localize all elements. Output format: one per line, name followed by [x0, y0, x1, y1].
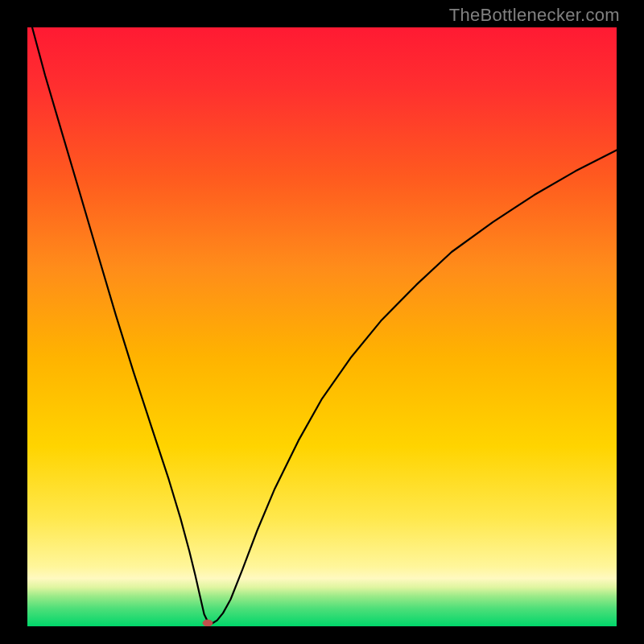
- watermark-text: TheBottlenecker.com: [449, 5, 620, 26]
- optimal-point-marker: [203, 620, 213, 626]
- gradient-background: [27, 27, 617, 626]
- chart-svg: [27, 27, 617, 626]
- plot-area: [27, 27, 617, 626]
- chart-frame: TheBottlenecker.com: [0, 0, 644, 644]
